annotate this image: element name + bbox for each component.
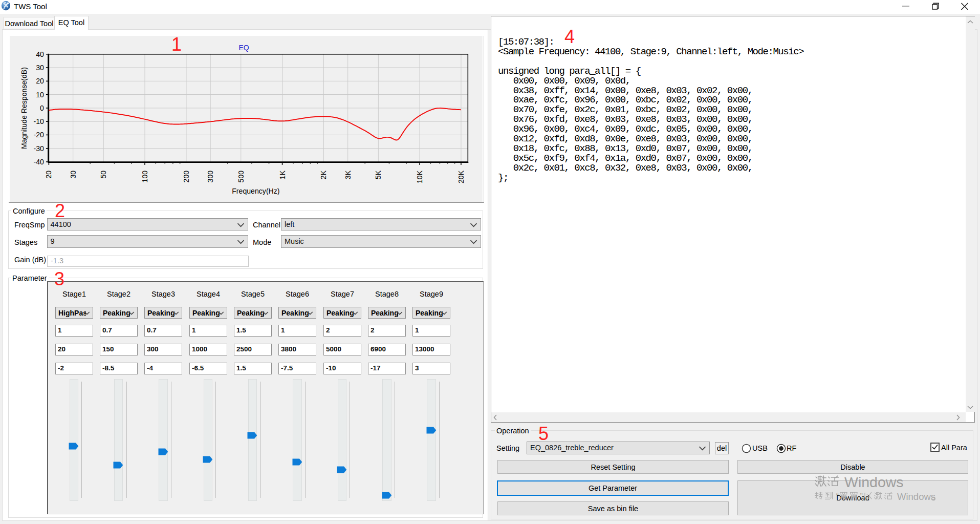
svg-text:1K: 1K <box>278 170 287 179</box>
svg-text:20K: 20K <box>457 170 465 183</box>
svg-text:300: 300 <box>206 171 214 183</box>
svg-text:40: 40 <box>36 50 44 58</box>
svg-text:30: 30 <box>69 171 77 179</box>
svg-text:-20: -20 <box>34 131 45 139</box>
svg-text:Frequency(Hz): Frequency(Hz) <box>232 187 279 195</box>
svg-text:100: 100 <box>141 171 149 183</box>
svg-text:-10: -10 <box>34 117 45 125</box>
svg-text:”: ” <box>860 492 863 501</box>
svg-text:20: 20 <box>45 171 53 179</box>
svg-text:Windows: Windows <box>844 474 904 490</box>
svg-text:EQ: EQ <box>238 44 249 52</box>
svg-text:Magnitude Response(dB): Magnitude Response(dB) <box>20 67 28 149</box>
svg-text:20: 20 <box>36 77 44 85</box>
svg-text:-30: -30 <box>34 144 45 153</box>
svg-text:50: 50 <box>99 171 107 179</box>
svg-text:“: “ <box>836 492 839 501</box>
svg-text:10K: 10K <box>416 170 424 183</box>
svg-text:30: 30 <box>36 64 44 72</box>
svg-text:10: 10 <box>36 91 44 99</box>
svg-text:500: 500 <box>237 171 245 183</box>
svg-text:-40: -40 <box>34 158 45 166</box>
svg-text:3K: 3K <box>344 170 352 179</box>
svg-text:2K: 2K <box>319 170 328 179</box>
svg-text:5K: 5K <box>374 170 382 179</box>
svg-text:Windows: Windows <box>897 491 935 502</box>
svg-text:200: 200 <box>182 171 190 183</box>
svg-text:0: 0 <box>40 104 44 112</box>
